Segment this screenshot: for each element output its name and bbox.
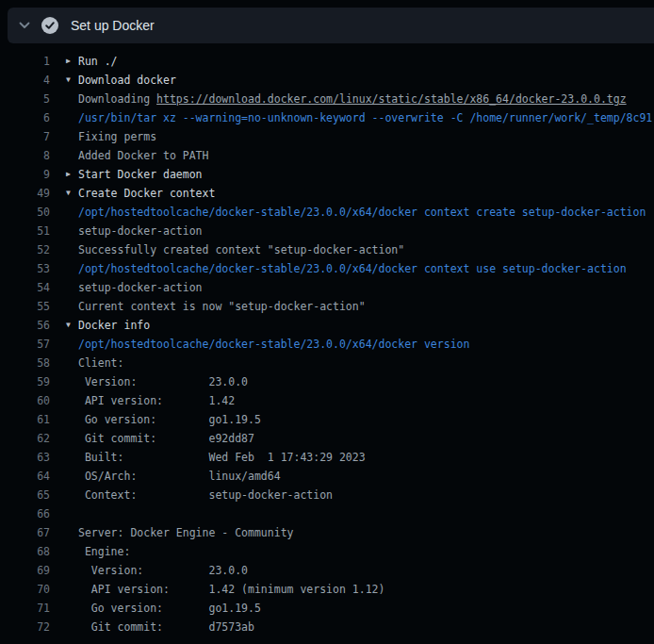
log-text: Git commit: e92dd87 <box>78 429 254 448</box>
log-row: 4 ▼ Download docker <box>0 71 654 90</box>
line-number[interactable]: 6 <box>0 108 50 127</box>
log-row: 49 ▼ Create Docker context <box>0 184 654 203</box>
log-text: Context: setup-docker-action <box>78 486 333 504</box>
log-text: /usr/bin/tar xz --warning=no-unknown-key… <box>78 108 652 127</box>
log-lines: 1 ▶ Run ./ 4 ▼ Download docker 5 Downloa… <box>0 43 654 636</box>
line-number[interactable]: 69 <box>0 561 50 580</box>
log-row: 72 Git commit: d7573ab <box>0 618 654 636</box>
log-row: 51 setup-docker-action <box>0 222 654 240</box>
line-number[interactable]: 63 <box>0 448 50 467</box>
line-number[interactable]: 61 <box>0 410 50 429</box>
line-number[interactable]: 59 <box>0 372 50 391</box>
log-text: Git commit: d7573ab <box>78 618 254 636</box>
log-row: 62 Git commit: e92dd87 <box>0 429 654 448</box>
line-number[interactable]: 68 <box>0 542 50 561</box>
log-text: Downloading https://download.docker.com/… <box>78 90 627 108</box>
log-row: 64 OS/Arch: linux/amd64 <box>0 467 654 486</box>
line-number[interactable]: 9 <box>0 165 50 184</box>
line-number[interactable]: 4 <box>0 71 50 90</box>
line-number[interactable]: 50 <box>0 203 50 222</box>
line-number[interactable]: 8 <box>0 146 50 165</box>
log-row: 8 Added Docker to PATH <box>0 146 654 165</box>
log-row: 59 Version: 23.0.0 <box>0 372 654 391</box>
log-row: 67 Server: Docker Engine - Community <box>0 523 654 542</box>
line-number[interactable]: 58 <box>0 354 50 372</box>
line-number[interactable]: 60 <box>0 391 50 410</box>
line-number[interactable]: 72 <box>0 618 50 636</box>
log-row: 55 Current context is now "setup-docker-… <box>0 297 654 316</box>
log-row: 7 Fixing perms <box>0 127 654 146</box>
log-row: 71 Go version: go1.19.5 <box>0 599 654 618</box>
log-text: Current context is now "setup-docker-act… <box>78 297 366 316</box>
line-number[interactable]: 66 <box>0 504 50 523</box>
group-toggle-icon[interactable]: ▼ <box>66 316 78 335</box>
line-number[interactable]: 54 <box>0 278 50 297</box>
step-header[interactable]: Set up Docker <box>8 8 654 43</box>
line-number[interactable]: 7 <box>0 127 50 146</box>
log-text: /opt/hostedtoolcache/docker-stable/23.0.… <box>78 203 646 222</box>
line-number[interactable]: 57 <box>0 335 50 354</box>
group-toggle-icon[interactable]: ▼ <box>66 71 78 90</box>
line-number[interactable]: 5 <box>0 90 50 108</box>
log-row: 66 <box>0 504 654 523</box>
log-text: Version: 23.0.0 <box>78 561 248 580</box>
line-number[interactable]: 53 <box>0 259 50 278</box>
log-row: 63 Built: Wed Feb 1 17:43:29 2023 <box>0 448 654 467</box>
log-text: Go version: go1.19.5 <box>78 599 261 618</box>
log-text: Create Docker context <box>78 184 215 203</box>
log-text: Version: 23.0.0 <box>78 372 248 391</box>
log-text: Client: <box>78 354 123 372</box>
log-text: API version: 1.42 (minimum version 1.12) <box>78 580 384 599</box>
log-row: 56 ▼ Docker info <box>0 316 654 335</box>
line-number[interactable]: 56 <box>0 316 50 335</box>
log-text: OS/Arch: linux/amd64 <box>78 467 281 486</box>
log-row: 60 API version: 1.42 <box>0 391 654 410</box>
log-text: Added Docker to PATH <box>78 146 208 165</box>
log-text: Successfully created context "setup-dock… <box>78 240 404 259</box>
log-row: 65 Context: setup-docker-action <box>0 486 654 504</box>
line-number[interactable]: 64 <box>0 467 50 486</box>
line-number[interactable]: 70 <box>0 580 50 599</box>
log-text: /opt/hostedtoolcache/docker-stable/23.0.… <box>78 335 469 354</box>
log-text: /opt/hostedtoolcache/docker-stable/23.0.… <box>78 259 627 278</box>
log-text: Fixing perms <box>78 127 156 146</box>
line-number[interactable]: 52 <box>0 240 50 259</box>
log-text: Engine: <box>78 542 130 561</box>
step-title: Set up Docker <box>71 18 155 33</box>
log-row: 69 Version: 23.0.0 <box>0 561 654 580</box>
log-row: 5 Downloading https://download.docker.co… <box>0 90 654 108</box>
line-number[interactable]: 51 <box>0 222 50 240</box>
line-number[interactable]: 62 <box>0 429 50 448</box>
log-row: 53 /opt/hostedtoolcache/docker-stable/23… <box>0 259 654 278</box>
log-row: 1 ▶ Run ./ <box>0 52 654 71</box>
line-number[interactable]: 65 <box>0 486 50 504</box>
log-row: 58 Client: <box>0 354 654 372</box>
download-url-link[interactable]: https://download.docker.com/linux/static… <box>156 92 627 106</box>
log-row: 57 /opt/hostedtoolcache/docker-stable/23… <box>0 335 654 354</box>
line-number[interactable]: 55 <box>0 297 50 316</box>
log-row: 68 Engine: <box>0 542 654 561</box>
log-row: 70 API version: 1.42 (minimum version 1.… <box>0 580 654 599</box>
log-text: Go version: go1.19.5 <box>78 410 261 429</box>
log-text: Start Docker daemon <box>78 165 203 184</box>
line-number[interactable]: 67 <box>0 523 50 542</box>
log-text: Run ./ <box>78 52 118 71</box>
group-toggle-icon[interactable]: ▶ <box>66 52 78 71</box>
log-row: 50 /opt/hostedtoolcache/docker-stable/23… <box>0 203 654 222</box>
line-number[interactable]: 49 <box>0 184 50 203</box>
line-number[interactable]: 1 <box>0 52 50 71</box>
log-row: 9 ▶ Start Docker daemon <box>0 165 654 184</box>
log-row: 54 setup-docker-action <box>0 278 654 297</box>
log-text: Download docker <box>78 71 176 90</box>
log-text: API version: 1.42 <box>78 391 235 410</box>
group-toggle-icon[interactable]: ▶ <box>66 165 78 184</box>
log-text: Docker info <box>78 316 150 335</box>
log-text: Built: Wed Feb 1 17:43:29 2023 <box>78 448 366 467</box>
group-toggle-icon[interactable]: ▼ <box>66 184 78 203</box>
check-circle-icon <box>41 17 58 34</box>
chevron-down-icon[interactable] <box>18 19 31 32</box>
log-row: 52 Successfully created context "setup-d… <box>0 240 654 259</box>
line-number[interactable]: 71 <box>0 599 50 618</box>
log-text: setup-docker-action <box>78 222 203 240</box>
log-row: 6 /usr/bin/tar xz --warning=no-unknown-k… <box>0 108 654 127</box>
